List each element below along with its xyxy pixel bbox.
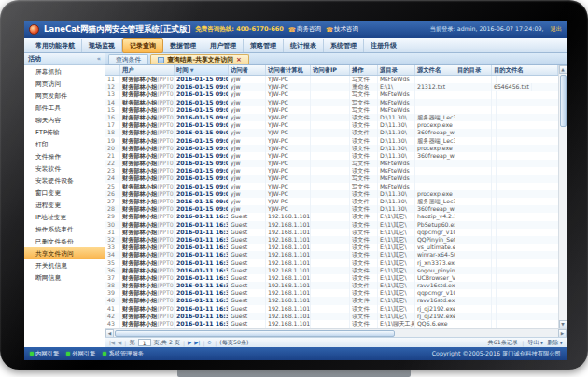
sidebar-item[interactable]: 网页访问 [24,77,105,90]
col-header-time[interactable]: 时间 ▼ [175,65,229,75]
table-row[interactable]: 29 财务部林小姐(PPT07-2 2016-01-11 16:36:30 Gu… [105,213,558,220]
user-name: 财务部林小姐 [122,198,157,204]
sidebar-item[interactable]: 聊天内容 [24,114,105,126]
col-header-dst-dir[interactable]: 目的目录 [455,65,492,75]
table-row[interactable]: 23 财务部林小姐(PPT07-2 2016-01-15 09:00:45 yj… [105,167,558,175]
table-row[interactable]: 31 财务部林小姐(PPT07-2 2016-01-11 16:36:30 Gu… [105,229,558,236]
collapse-icon[interactable]: « [97,55,101,63]
table-row[interactable]: 36 财务部林小姐(PPT07-2 2016-01-11 16:36:30 Gu… [105,267,558,274]
sidebar-item[interactable]: 安装硬件设备 [24,175,105,187]
pager-right-tools: 共61条记录 | 导出 ▼ 删除 ▼ [488,339,563,347]
sidebar-item[interactable]: IP地址变更 [24,211,105,223]
business-consult-link[interactable]: ☎ 商务咨询 [288,25,321,34]
col-header-rownum[interactable] [105,65,120,75]
tab-query-result[interactable]: 查询结果-共享文件访问 × [150,54,249,64]
sidebar-item[interactable]: 文件操作 [24,150,105,162]
menu-item[interactable]: 常用功能导航 [29,39,82,52]
scroll-down-icon[interactable]: ▼ [559,320,567,328]
table-row[interactable]: 33 财务部林小姐(PPT07-2 2016-01-11 16:36:30 Gu… [105,244,558,251]
table-row[interactable]: 13 财务部林小姐(PPT07-2 2016-01-15 09:02:18 yj… [105,91,558,98]
menu-item[interactable]: 策略管理 [244,39,284,52]
delete-button[interactable]: 删除 ▼ [547,339,563,347]
table-row[interactable]: 39 财务部林小姐(PPT07-2 2016-01-11 16:36:30 Gu… [105,289,558,297]
table-row[interactable]: 16 财务部林小姐(PPT07-2 2016-01-15 09:00:45 yj… [105,114,558,121]
table-row[interactable]: 21 财务部林小姐(PPT07-2 2016-01-15 09:00:45 yj… [105,152,558,160]
cell-time: 2016-01-11 16:36:11 [175,320,229,328]
cell-src-file: 服务器端_Lec3dS [415,198,455,205]
sidebar-item[interactable]: 断网信息 [24,272,105,284]
page-number-input[interactable]: 1 [138,339,151,346]
sidebar-item[interactable]: 网页发邮件 [24,90,105,102]
col-header-operation[interactable]: 操作 [350,65,378,75]
sidebar-item[interactable]: 操作系统事件 [24,223,105,235]
table-row[interactable]: 41 财务部林小姐(PPT07-2 2016-01-11 16:36:30 Gu… [105,305,558,313]
menu-item[interactable]: 系统管理 [324,39,364,52]
scroll-up-icon[interactable]: ▲ [559,65,567,74]
sidebar-item[interactable]: 共享文件访问 [24,247,105,259]
menu-item[interactable]: 用户管理 [203,39,244,52]
table-row[interactable]: 25 财务部林小姐(PPT07-2 2016-01-15 09:00:45 yj… [105,183,558,190]
col-header-user[interactable]: 用户 [120,65,175,75]
logout-link[interactable]: 退出 [550,25,562,34]
col-header-src-dir[interactable]: 源目录 [378,65,415,75]
menu-item[interactable]: 统计报表 [284,39,324,52]
table-row[interactable]: 38 财务部林小姐(PPT07-2 2016-01-11 16:36:30 Gu… [105,282,558,289]
table-row[interactable]: 35 财务部林小姐(PPT07-2 2016-01-11 16:36:30 Gu… [105,259,558,267]
sidebar-item[interactable]: 窗口变更 [24,187,105,199]
cell-visitor: Guest [229,305,266,313]
table-row[interactable]: 11 财务部林小姐(PPT07-2 2016-01-15 09:02:23 yj… [105,76,558,83]
col-header-visitor[interactable]: 访问者 [229,65,266,75]
sidebar-item[interactable]: 开关机信息 [24,259,105,272]
last-page-button[interactable]: ▶| [194,340,200,345]
sidebar-item[interactable]: 安装软件 [24,162,105,175]
refresh-icon[interactable]: ⟳ [208,340,213,345]
table-row[interactable]: 43 财务部林小姐(PPT07-2 2016-01-11 16:36:11 Gu… [105,320,558,328]
horizontal-scroll-thumb[interactable] [115,330,395,337]
table-row[interactable]: 12 财务部林小姐(PPT07-2 2016-01-15 09:02:23 yj… [105,83,558,91]
table-row[interactable]: 28 财务部林小姐(PPT07-2 2016-01-15 09:00:45 yj… [105,205,558,213]
horizontal-scrollbar[interactable]: ◀ ▶ [105,328,567,337]
table-row[interactable]: 42 财务部林小姐(PPT07-2 2016-01-11 16:36:12 Gu… [105,313,558,320]
sidebar-item[interactable]: 已删文件备份 [24,235,105,247]
sidebar-item[interactable]: 屏幕抓拍 [24,65,105,77]
table-row[interactable]: 20 财务部林小姐(PPT07-2 2016-01-15 09:00:45 yj… [105,145,558,152]
col-header-visitor-computer[interactable]: 访问者计算机 [266,65,311,75]
table-row[interactable]: 40 财务部林小姐(PPT07-2 2016-01-11 16:36:30 Gu… [105,297,558,304]
close-icon[interactable]: × [236,56,242,63]
menu-item[interactable]: 记录查询 [122,38,163,53]
vertical-scroll-thumb[interactable] [560,75,567,127]
col-header-src-file[interactable]: 源文件名 [415,65,455,75]
cell-user: 财务部林小姐(PPT07-2 [120,121,175,129]
table-row[interactable]: 22 财务部林小姐(PPT07-2 2016-01-15 09:00:45 yj… [105,160,558,167]
sidebar-item[interactable]: 进程变更 [24,199,105,211]
table-row[interactable]: 19 财务部林小姐(PPT07-2 2016-01-15 09:00:45 yj… [105,137,558,145]
cell-visitor-computer: 192.168.1.101 [266,297,311,304]
export-button[interactable]: 导出 ▼ [527,339,543,347]
menu-item[interactable]: 现场监视 [82,39,122,52]
sidebar-item[interactable]: 打印 [24,138,105,150]
sidebar-item[interactable]: 邮件工具 [24,102,105,114]
table-row[interactable]: 24 财务部林小姐(PPT07-2 2016-01-15 09:00:45 yj… [105,175,558,182]
tech-consult-link[interactable]: ☎ 技术咨询 [326,25,358,34]
table-row[interactable]: 15 财务部林小姐(PPT07-2 2016-01-15 09:02:18 yj… [105,106,558,114]
sidebar-header[interactable]: 活动 « [24,53,105,65]
table-row[interactable]: 30 财务部林小姐(PPT07-2 2016-01-11 16:36:30 Gu… [105,221,558,229]
prev-page-button[interactable]: ◀ [118,340,121,345]
sidebar-item[interactable]: FTP传输 [24,126,105,138]
col-header-dst-file[interactable]: 目的文件名 [492,65,558,75]
table-row[interactable]: 14 财务部林小姐(PPT07-2 2016-01-15 09:02:18 yj… [105,99,558,106]
table-row[interactable]: 27 财务部林小姐(PPT07-2 2016-01-15 09:00:45 yj… [105,198,558,205]
table-row[interactable]: 32 财务部林小姐(PPT07-2 2016-01-11 16:36:30 Gu… [105,236,558,244]
vertical-scrollbar[interactable]: ▲ ▼ [558,65,567,328]
col-header-visitor-ip[interactable]: 访问者IP [311,65,350,75]
table-row[interactable]: 26 财务部林小姐(PPT07-2 2016-01-15 09:00:45 yj… [105,190,558,198]
menu-item[interactable]: 数据管理 [163,39,203,52]
table-row[interactable]: 37 财务部林小姐(PPT07-2 2016-01-11 16:36:30 Gu… [105,274,558,282]
table-row[interactable]: 17 财务部林小姐(PPT07-2 2016-01-15 09:00:45 yj… [105,121,558,129]
menu-item[interactable]: 注册升级 [364,39,403,52]
table-row[interactable]: 34 财务部林小姐(PPT07-2 2016-01-11 16:36:30 Gu… [105,251,558,258]
table-row[interactable]: 18 财务部林小姐(PPT07-2 2016-01-15 09:00:45 yj… [105,129,558,136]
tab-query-condition[interactable]: 查询条件 [108,54,148,64]
first-page-button[interactable]: |◀ [109,340,115,345]
next-page-button[interactable]: ▶ [188,340,191,345]
